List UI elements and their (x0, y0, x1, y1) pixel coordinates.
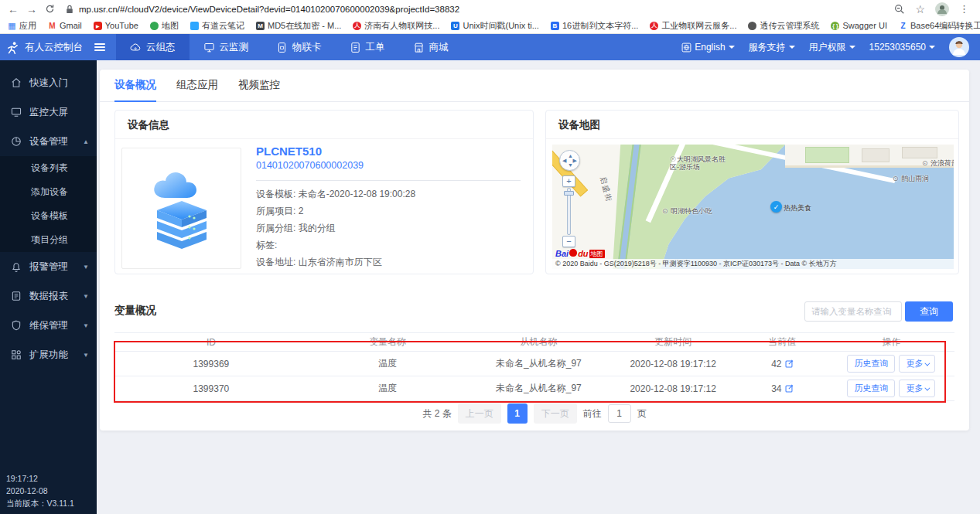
map-marker-icon[interactable]: ✓ (770, 201, 782, 213)
zoom-slider-knob[interactable] (564, 191, 574, 196)
bookmark-passthrough-cloud[interactable]: 透传云管理系统 (748, 20, 819, 32)
col-variable-name: 变量名称 (308, 335, 467, 349)
forward-icon[interactable]: → (26, 4, 37, 15)
bookmark-youtube[interactable]: ▶YouTube (94, 21, 138, 30)
nav-item-work-order[interactable]: 工单 (336, 34, 399, 60)
bookmark-youdao[interactable]: 有道云笔记 (190, 20, 244, 32)
bookmark-base64[interactable]: ZBase64编码转换工... (899, 20, 980, 32)
cell-current-value: 42 (771, 359, 781, 369)
nav-item-cloud-monitor[interactable]: 云监测 (190, 34, 263, 60)
bookmark-usr-tech[interactable]: 人济南有人物联网技... (353, 20, 439, 32)
cell-update-time: 2020-12-08 19:17:12 (610, 359, 736, 369)
device-field-template: 设备模板: 未命名-2020-12-08 19:00:28 (256, 188, 415, 201)
edit-value-icon[interactable] (785, 359, 794, 368)
poi-label: ☉大明湖风景名胜区-游乐场 (670, 155, 727, 171)
bookmark-star-icon[interactable]: ☆ (915, 3, 925, 15)
back-icon[interactable]: ← (8, 4, 19, 15)
map-pin-icon (150, 22, 159, 30)
chevron-down-icon (925, 386, 930, 391)
bookmark-maps[interactable]: 地图 (150, 20, 179, 32)
nav-item-mall[interactable]: 商城 (399, 34, 463, 60)
chevron-down-icon (929, 46, 935, 49)
bookmark-hex-text[interactable]: B16进制到文本字符... (551, 20, 638, 32)
user-avatar[interactable] (949, 37, 969, 57)
bookmark-gmail[interactable]: MGmail (48, 21, 82, 30)
brand[interactable]: 有人云控制台 (0, 41, 91, 54)
history-query-button[interactable]: 历史查询 (847, 355, 895, 373)
zoom-out-button[interactable]: − (562, 236, 575, 247)
sidebar-item-device-list[interactable]: 设备列表 (0, 156, 97, 180)
permission-menu[interactable]: 用户权限 (809, 41, 855, 54)
edit-value-icon[interactable] (785, 384, 794, 393)
map-pan-control[interactable]: ▲ ▼ ◀ ▶ (559, 150, 580, 171)
total-count: 共 2 条 (422, 407, 451, 420)
device-submenu: 设备列表 添加设备 设备模板 项目分组 (0, 156, 97, 252)
bookmarks-bar: ▦应用 MGmail ▶YouTube 地图 有道云笔记 MMD5在线加密 - … (0, 18, 980, 33)
baidu-logo: Baidu地图 (555, 249, 605, 258)
support-menu[interactable]: 服务支持 (749, 41, 795, 54)
sidebar-item-device-template[interactable]: 设备模板 (0, 204, 97, 228)
history-query-button[interactable]: 历史查询 (847, 380, 895, 397)
more-button[interactable]: 更多 (899, 380, 935, 397)
address-bar[interactable]: mp.usr.cn/#/cloudV2/device/ViewDeviceDet… (66, 2, 894, 17)
usr-person-icon: 人 (353, 22, 361, 30)
poi-label: ⊙ 鹊山雨润 (893, 174, 929, 184)
prev-page-button[interactable]: 上一页 (458, 403, 501, 424)
md5-icon: M (256, 22, 265, 30)
bookmark-unix-time[interactable]: UUnix时间戳(Unix ti... (451, 20, 538, 32)
more-button[interactable]: 更多 (899, 355, 935, 373)
zoom-out-icon[interactable] (894, 4, 905, 15)
current-page-button[interactable]: 1 (507, 403, 528, 424)
bookmark-iiot-cloud[interactable]: 人工业物联网云服务... (650, 20, 736, 32)
sidebar-item-add-device[interactable]: 添加设备 (0, 180, 97, 204)
col-current-value: 当前值 (736, 335, 828, 349)
zoom-in-button[interactable]: + (562, 175, 575, 187)
tab-scada-app[interactable]: 组态应用 (176, 70, 218, 102)
sidebar: 快速入门 监控大屏 设备管理 ▲ 设备列表 添加设备 设备模板 项目分组 报警管… (0, 60, 97, 514)
chevron-down-icon: ▼ (83, 293, 89, 300)
device-info-panel: 设备信息 (114, 110, 534, 274)
account-menu[interactable]: 15253035650 (869, 42, 935, 53)
browser-menu-icon[interactable]: ⋮ (959, 3, 969, 15)
chevron-down-icon (729, 46, 735, 49)
sidebar-item-project-group[interactable]: 项目分组 (0, 228, 97, 252)
browser-toolbar: ← → mp.usr.cn/#/cloudV2/device/ViewDevic… (0, 0, 980, 18)
cell-id: 1399369 (114, 359, 308, 369)
poi-label: ⊙ 沧浪荷韵 (922, 158, 954, 168)
device-image (121, 148, 241, 269)
query-button[interactable]: 查询 (905, 301, 953, 322)
sidebar-item-data-report[interactable]: 数据报表 ▼ (0, 281, 97, 311)
bookmark-swagger[interactable]: { }Swagger UI (831, 21, 886, 30)
bookmark-apps[interactable]: ▦应用 (8, 20, 36, 32)
browser-chrome: ← → mp.usr.cn/#/cloudV2/device/ViewDevic… (0, 0, 980, 34)
bookmark-md5[interactable]: MMD5在线加密 - M... (256, 20, 341, 32)
baidu-paw-icon (569, 249, 577, 257)
gmail-icon: M (48, 22, 56, 30)
nav-item-cloud-scada[interactable]: 云组态 (116, 34, 190, 60)
nav-item-iot-card[interactable]: 物联卡 (262, 34, 336, 60)
variable-search-input[interactable] (804, 301, 902, 322)
tab-device-overview[interactable]: 设备概况 (114, 70, 156, 102)
device-id-link[interactable]: 01401020070600002039 (256, 160, 364, 171)
table-header-row: ID 变量名称 从机名称 更新时间 当前值 操作 (114, 332, 954, 352)
sidebar-item-device-management[interactable]: 设备管理 ▲ (0, 127, 97, 156)
next-page-button[interactable]: 下一页 (534, 403, 577, 424)
browser-profile-avatar[interactable] (935, 2, 949, 16)
collapse-menu-icon[interactable] (94, 42, 105, 53)
sidebar-item-alarm-management[interactable]: 报警管理 ▼ (0, 252, 97, 281)
sidebar-item-maintenance[interactable]: 维保管理 ▼ (0, 311, 97, 340)
chevron-down-icon (925, 361, 930, 366)
sidebar-item-quick-start[interactable]: 快速入门 (0, 68, 97, 97)
cell-variable-name: 温度 (308, 382, 467, 395)
reload-icon[interactable] (45, 4, 55, 14)
variables-table: ID 变量名称 从机名称 更新时间 当前值 操作 1399369 温度 未命名_… (114, 332, 954, 401)
device-name-link[interactable]: PLCNET510 (256, 145, 322, 158)
goto-page-input[interactable] (608, 404, 631, 423)
baidu-map[interactable]: ☉大明湖风景名胜区-游乐场 ⊙ 明湖特色小吃 ⊙ 沧浪荷韵 ⊙ 鹊山雨润 ✓ 热… (552, 145, 954, 269)
sidebar-item-monitor-screen[interactable]: 监控大屏 (0, 97, 97, 127)
language-selector[interactable]: English (681, 42, 734, 53)
tab-video-monitor[interactable]: 视频监控 (238, 70, 280, 102)
poi-label: ⊙ 明湖特色小吃 (662, 206, 712, 216)
chevron-up-icon: ▲ (83, 138, 89, 145)
sidebar-item-extensions[interactable]: 扩展功能 ▼ (0, 340, 97, 369)
